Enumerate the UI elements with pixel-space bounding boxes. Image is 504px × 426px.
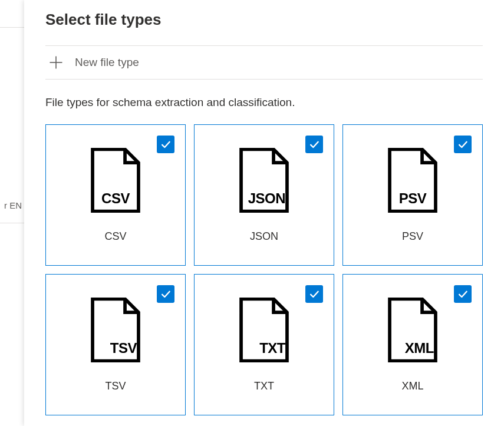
- file-icon-code: XML: [386, 340, 440, 356]
- checkmark-icon: [308, 138, 320, 150]
- file-type-card-json[interactable]: JSON JSON: [194, 124, 334, 266]
- checkmark-icon: [160, 288, 172, 300]
- new-file-type-button[interactable]: New file type: [45, 45, 483, 80]
- checkbox-xml[interactable]: [454, 285, 472, 303]
- file-type-label: TXT: [254, 380, 274, 392]
- checkbox-psv[interactable]: [454, 136, 472, 153]
- new-file-type-label: New file type: [75, 56, 139, 69]
- file-type-card-csv[interactable]: CSV CSV: [45, 124, 186, 266]
- background-header-strip: [0, 0, 24, 28]
- checkmark-icon: [160, 138, 172, 150]
- file-type-label: JSON: [250, 230, 278, 243]
- file-icon-code: TSV: [88, 340, 143, 356]
- file-type-label: XML: [401, 380, 423, 392]
- checkmark-icon: [457, 138, 469, 150]
- background-text-fragment: r EN: [4, 200, 22, 210]
- checkbox-csv[interactable]: [157, 136, 174, 153]
- background-divider: [0, 223, 24, 223]
- file-icon: PSV: [386, 148, 440, 213]
- checkbox-txt[interactable]: [305, 285, 323, 303]
- file-type-label: TSV: [105, 380, 126, 392]
- file-type-card-tsv[interactable]: TSV TSV: [45, 274, 186, 415]
- select-file-types-panel: Select file types New file type File typ…: [24, 0, 504, 426]
- plus-icon: [48, 54, 64, 71]
- file-icon: TXT: [237, 298, 291, 362]
- file-type-card-psv[interactable]: PSV PSV: [342, 124, 483, 266]
- background-content: r EN: [0, 0, 24, 426]
- file-icon: JSON: [237, 148, 291, 213]
- file-icon: CSV: [88, 148, 143, 213]
- checkbox-json[interactable]: [305, 136, 323, 153]
- file-icon: TSV: [88, 298, 143, 362]
- file-type-grid: CSV CSV JSON JSON: [45, 124, 483, 415]
- checkmark-icon: [457, 288, 469, 300]
- file-type-card-xml[interactable]: XML XML: [342, 274, 483, 415]
- file-icon-code: JSON: [237, 190, 291, 207]
- file-icon-code: PSV: [386, 190, 440, 207]
- file-type-label: CSV: [104, 230, 126, 243]
- checkbox-tsv[interactable]: [157, 285, 174, 303]
- description-text: File types for schema extraction and cla…: [45, 96, 483, 109]
- page-title: Select file types: [45, 11, 483, 29]
- file-icon: XML: [386, 298, 440, 362]
- checkmark-icon: [308, 288, 320, 300]
- file-type-label: PSV: [402, 230, 423, 243]
- file-icon-code: CSV: [88, 190, 143, 207]
- file-type-card-txt[interactable]: TXT TXT: [194, 274, 334, 415]
- file-icon-code: TXT: [237, 340, 291, 356]
